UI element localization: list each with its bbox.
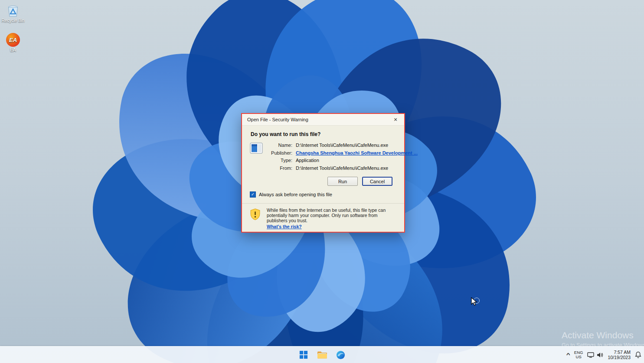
recycle-bin-icon xyxy=(0,3,26,17)
field-label: Publisher: xyxy=(268,149,292,157)
whats-the-risk-link[interactable]: What's the risk? xyxy=(267,224,302,229)
security-warning-dialog: Open File - Security Warning × Do you wa… xyxy=(242,114,404,232)
file-name-value: D:\Internet Tools\iCafeMenu\iCafeMenu.ex… xyxy=(296,142,388,149)
dialog-question: Do you want to run this file? xyxy=(242,126,404,142)
clock-date: 10/19/2023 xyxy=(608,355,631,360)
dialog-buttons: Run Cancel xyxy=(242,172,404,186)
ea-icon: EA xyxy=(0,33,26,47)
notification-center-button[interactable] xyxy=(635,351,641,358)
desktop-icon-ea[interactable]: EA EA xyxy=(0,33,26,52)
dialog-content: Name: D:\Internet Tools\iCafeMenu\iCafeM… xyxy=(242,142,404,172)
field-row-type: Type: Application xyxy=(268,157,418,165)
dialog-titlebar[interactable]: Open File - Security Warning × xyxy=(242,114,404,126)
checkbox-label: Always ask before opening this file xyxy=(259,192,332,197)
field-row-name: Name: D:\Internet Tools\iCafeMenu\iCafeM… xyxy=(268,142,418,149)
dialog-title: Open File - Security Warning xyxy=(247,117,308,122)
taskbar-center-icons xyxy=(296,348,348,361)
notification-bell-icon xyxy=(635,351,641,358)
field-label: Type: xyxy=(268,157,292,165)
file-type-value: Application xyxy=(296,157,319,165)
cancel-button[interactable]: Cancel xyxy=(362,177,392,186)
system-tray: ^ ENG US 7:57 AM 10/19/2023 xyxy=(567,347,641,363)
network-icon xyxy=(587,352,594,358)
file-from-value: D:\Internet Tools\iCafeMenu\iCafeMenu.ex… xyxy=(296,165,388,172)
shield-warning-icon xyxy=(250,208,261,232)
windows-logo-icon xyxy=(299,350,308,359)
warning-section: While files from the Internet can be use… xyxy=(242,203,404,232)
file-explorer-button[interactable] xyxy=(315,348,330,361)
language-switcher[interactable]: ENG US xyxy=(574,350,583,360)
always-ask-checkbox-row[interactable]: ✓ Always ask before opening this file xyxy=(242,186,404,198)
checkbox-checked-icon[interactable]: ✓ xyxy=(250,191,256,198)
publisher-link[interactable]: Changsha Shenghua Yaozhi Software Develo… xyxy=(296,149,418,157)
mouse-cursor xyxy=(470,297,479,308)
taskbar: ^ ENG US 7:57 AM 10/19/2023 xyxy=(0,346,644,363)
desktop-icon-recycle-bin[interactable]: Recycle Bin xyxy=(0,3,26,23)
clock-time: 7:57 AM xyxy=(608,350,631,355)
desktop-icon-label: Recycle Bin xyxy=(0,18,26,23)
tray-chevron-up-icon[interactable]: ^ xyxy=(566,352,570,357)
file-explorer-icon xyxy=(317,350,327,359)
field-row-from: From: D:\Internet Tools\iCafeMenu\iCafeM… xyxy=(268,165,418,172)
taskbar-clock[interactable]: 7:57 AM 10/19/2023 xyxy=(608,350,631,360)
start-button[interactable] xyxy=(296,348,311,361)
run-button[interactable]: Run xyxy=(327,177,358,186)
warning-body: While files from the Internet can be use… xyxy=(267,207,393,232)
application-icon xyxy=(250,143,263,172)
file-fields: Name: D:\Internet Tools\iCafeMenu\iCafeM… xyxy=(268,142,418,172)
tray-status-icons[interactable] xyxy=(587,352,603,358)
field-label: Name: xyxy=(268,142,292,149)
close-icon[interactable]: × xyxy=(389,115,402,124)
region-code: US xyxy=(574,355,583,360)
field-label: From: xyxy=(268,165,292,172)
warning-text: While files from the Internet can be use… xyxy=(267,207,393,223)
edge-browser-button[interactable] xyxy=(333,348,348,361)
field-row-publisher: Publisher: Changsha Shenghua Yaozhi Soft… xyxy=(268,149,418,157)
edge-icon xyxy=(336,350,345,360)
annotation-highlight: Open File - Security Warning × Do you wa… xyxy=(241,113,405,233)
desktop-icon-label: EA xyxy=(0,48,26,52)
volume-icon xyxy=(597,352,603,358)
